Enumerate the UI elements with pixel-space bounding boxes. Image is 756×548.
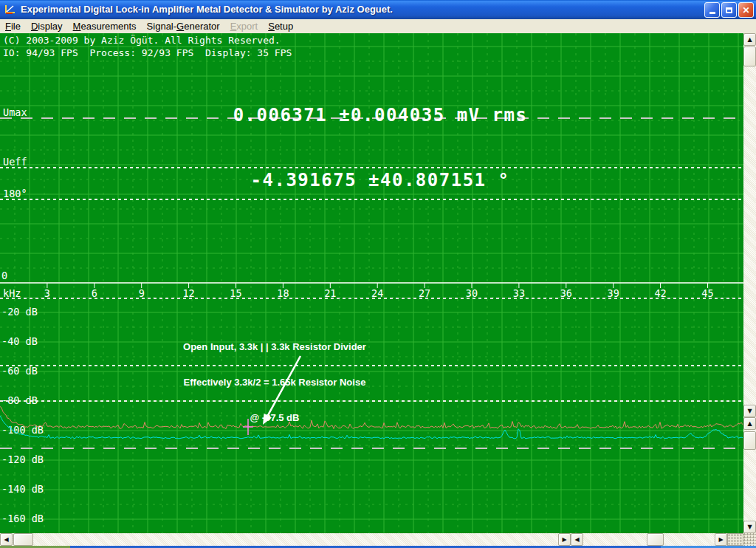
menu-display[interactable]: Display	[26, 20, 68, 32]
scroll-down-button-lower[interactable]: ▼	[743, 521, 756, 533]
menu-signal-generator[interactable]: Signal-Generator	[142, 20, 225, 32]
scroll-up-button-upper[interactable]: ▲	[743, 33, 756, 46]
maximize-icon	[726, 7, 732, 13]
maximize-button[interactable]	[721, 2, 737, 18]
horizontal-scroll-thumb-b[interactable]	[647, 533, 664, 546]
annotation-line-3: @ -97.5 dB	[164, 412, 385, 424]
scroll-left-button-b[interactable]: ◀	[571, 533, 583, 546]
freq-tick-label: 42	[654, 287, 666, 299]
annotation-line-2: Effectively 3.3k/2 = 1.65k Resistor Nois…	[164, 377, 385, 388]
freq-tick-label: 30	[466, 287, 478, 299]
freq-tick-label: 21	[324, 287, 336, 299]
freq-tick-label: 6	[92, 287, 97, 299]
up-arrow-icon: ▲	[747, 37, 752, 43]
db-axis: -20 dB-40 dB-60 dB-80 dB-100 dB-120 dB-1…	[1, 306, 44, 524]
minimize-icon	[709, 12, 715, 14]
freq-tick-label: 36	[560, 287, 572, 299]
close-icon: ✕	[742, 6, 749, 15]
right-arrow-icon: ▶	[718, 537, 723, 543]
amplitude-readout: 0.006371 ±0.004035 mV rms	[159, 105, 602, 126]
vertical-scrollbar-upper[interactable]: ▲ ▼	[743, 33, 756, 417]
menu-bar: FileDisplayMeasurementsSignal-GeneratorE…	[0, 19, 756, 33]
db-tick-label: -80 dB	[1, 394, 38, 406]
db-tick-label: -60 dB	[1, 365, 38, 377]
db-tick-label: -20 dB	[1, 306, 38, 318]
fps-status-text: IO: 94/93 FPS Process: 92/93 FPS Display…	[3, 47, 292, 58]
minimize-button[interactable]	[704, 2, 720, 18]
freq-tick-label: 12	[182, 287, 194, 299]
horizontal-scroll-thumb-a[interactable]	[13, 533, 33, 546]
freq-tick-label: 27	[419, 287, 430, 299]
db-tick-label: -120 dB	[1, 453, 44, 465]
scroll-left-button-a[interactable]: ◀	[0, 533, 13, 546]
left-arrow-icon: ◀	[4, 537, 8, 543]
scroll-right-button-a[interactable]: ▶	[558, 533, 571, 546]
scroll-down-button-upper[interactable]: ▼	[743, 405, 756, 417]
horizontal-scrollbar-left[interactable]: ◀ ▶	[0, 533, 571, 546]
horizontal-scrollbar-right[interactable]: ◀ ▶	[571, 533, 727, 546]
scope-display: UmaxUeff180°0kHz369121518212427303336394…	[0, 33, 743, 533]
db-tick-label: -40 dB	[1, 335, 38, 347]
down-arrow-icon: ▼	[747, 524, 752, 530]
freq-tick-label: 9	[139, 287, 145, 299]
app-icon	[4, 4, 16, 16]
left-arrow-icon: ◀	[574, 537, 579, 543]
down-arrow-icon: ▼	[747, 408, 752, 414]
scope-label-0: 0	[1, 270, 7, 281]
menu-file[interactable]: File	[0, 20, 26, 32]
freq-tick-label: 24	[371, 287, 383, 299]
scroll-up-button-lower[interactable]: ▲	[743, 417, 756, 430]
frequency-axis: kHz369121518212427303336394245	[3, 283, 714, 299]
window-title: Experimental Digital Lock-in Amplifier M…	[21, 0, 393, 19]
menu-export: Export	[225, 20, 264, 32]
vertical-scroll-thumb-lower[interactable]	[743, 431, 756, 450]
size-grip[interactable]	[727, 533, 743, 546]
copyright-text: (C) 2003-2009 by Aziz Ögüt. All Rights R…	[3, 35, 281, 46]
scope-label-ueff: Ueff	[3, 156, 27, 168]
db-tick-label: -100 dB	[1, 424, 44, 436]
freq-tick-label: 39	[608, 287, 619, 299]
noise-annotation: Open Input, 3.3k | | 3.3k Resistor Divid…	[164, 318, 385, 448]
menu-measurements[interactable]: Measurements	[68, 20, 142, 32]
corner-grip[interactable]	[743, 533, 756, 546]
freq-tick-label: 3	[44, 287, 50, 299]
scroll-right-button-b[interactable]: ▶	[715, 533, 727, 546]
freq-tick-label: 15	[230, 287, 241, 299]
measurement-readout: 0.006371 ±0.004035 mV rms -4.391675 ±40.…	[159, 64, 602, 232]
freq-tick-label: 45	[701, 287, 713, 299]
phase-readout: -4.391675 ±40.807151 °	[159, 170, 602, 191]
title-bar[interactable]: Experimental Digital Lock-in Amplifier M…	[0, 0, 756, 19]
vertical-scroll-thumb-upper[interactable]	[743, 47, 756, 66]
up-arrow-icon: ▲	[747, 421, 752, 427]
annotation-line-1: Open Input, 3.3k | | 3.3k Resistor Divid…	[164, 341, 385, 353]
scope-label-180°: 180°	[3, 188, 27, 199]
freq-tick-label: 33	[513, 287, 525, 299]
menu-setup[interactable]: Setup	[263, 20, 298, 32]
close-button[interactable]: ✕	[738, 2, 754, 18]
khz-unit-label: kHz	[3, 287, 21, 299]
db-tick-label: -140 dB	[1, 483, 44, 495]
db-tick-label: -160 dB	[1, 513, 44, 524]
freq-tick-label: 18	[277, 287, 289, 299]
app-window: Experimental Digital Lock-in Amplifier M…	[0, 0, 756, 548]
scope-label-umax: Umax	[3, 106, 27, 118]
vertical-scrollbar-lower[interactable]: ▲ ▼	[743, 417, 756, 533]
scope-labels: UmaxUeff180°0	[1, 106, 27, 281]
right-arrow-icon: ▶	[562, 537, 566, 543]
